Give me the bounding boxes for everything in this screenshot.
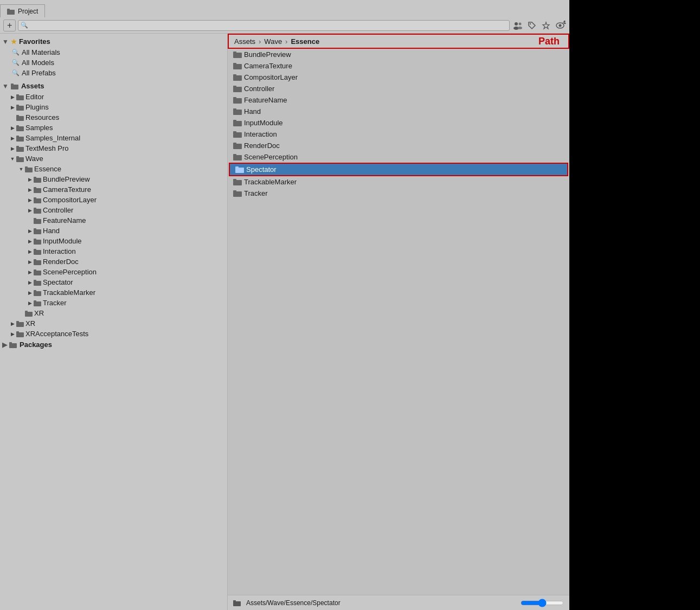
assets-header[interactable]: ▼ Assets [0,80,227,92]
all-prefabs-item[interactable]: 🔍 All Prefabs [0,68,227,78]
svg-point-5 [519,22,522,25]
tree-item-xracceptancetests[interactable]: ▶ XRAcceptanceTests [0,329,227,339]
search-all-materials-icon: 🔍 [12,49,20,56]
right-folder-controller-label: Controller [244,85,274,93]
svg-rect-55 [34,300,36,303]
xracceptancetests-arrow: ▶ [9,330,16,338]
tree-item-editor[interactable]: ▶ Editor [0,92,227,102]
right-folder-renderdoc-icon [233,142,242,149]
textmesh-label: TextMesh Pro [25,144,68,152]
right-folder-bundlepreview[interactable]: BundlePreview [228,49,569,60]
svg-rect-77 [233,120,236,122]
favorites-header[interactable]: ▼ ★ Favorites [0,36,227,47]
xr-arrow: ▶ [9,320,16,328]
right-folder-featurename[interactable]: FeatureName [228,94,569,106]
tree-item-xr-sub[interactable]: ▶ XR [0,308,227,318]
svg-point-7 [530,23,531,24]
right-folder-tracker[interactable]: Tracker [228,188,569,199]
right-folder-renderdoc[interactable]: RenderDoc [228,140,569,151]
eye-icon-button[interactable]: 1 [554,20,566,31]
trackablemarker-arrow: ▶ [26,289,34,297]
svg-rect-21 [16,125,19,127]
svg-rect-35 [34,197,36,200]
svg-rect-15 [16,94,19,97]
star-icon-button[interactable] [540,20,552,31]
compositorlayer-folder-icon [34,197,41,203]
project-tab[interactable]: Project [0,4,45,17]
svg-rect-75 [233,108,236,111]
textmesh-arrow: ▶ [9,145,16,152]
hand-label: Hand [43,227,60,235]
search-wrap: 🔍 [18,20,510,31]
toolbar: + 🔍 [0,17,569,34]
right-folder-interaction[interactable]: Interaction [228,129,569,140]
svg-marker-8 [543,22,549,29]
zoom-slider[interactable] [521,599,564,607]
all-models-item[interactable]: 🔍 All Models [0,57,227,68]
essence-label: Essence [34,165,61,173]
tree-item-resources[interactable]: ▶ Resources [0,112,227,123]
right-folder-inputmodule-label: InputModule [244,119,283,127]
tree-item-essence[interactable]: ▼ Essence [0,164,227,174]
tree-item-samples[interactable]: ▶ Samples [0,123,227,133]
tree-item-inputmodule[interactable]: ▶ InputModule [0,236,227,246]
tag-icon [528,21,536,30]
right-folder-hand[interactable]: Hand [228,106,569,117]
svg-rect-63 [9,342,12,344]
tree-item-bundlepreview[interactable]: ▶ BundlePreview [0,174,227,184]
right-folder-controller[interactable]: Controller [228,83,569,94]
svg-rect-81 [233,143,236,145]
tree-item-plugins[interactable]: ▶ Plugins [0,102,227,112]
svg-rect-13 [11,84,14,86]
right-folder-inputmodule[interactable]: InputModule [228,117,569,129]
assets-label: Assets [21,82,44,90]
tree-item-interaction[interactable]: ▶ Interaction [0,246,227,256]
bundlepreview-label: BundlePreview [43,175,90,183]
right-folder-trackablemarker[interactable]: TrackableMarker [228,176,569,188]
tree-item-controller[interactable]: ▶ Controller [0,205,227,215]
right-folder-cameratexture-icon [233,62,242,69]
spectator-label: Spectator [43,278,73,286]
tree-item-hand[interactable]: ▶ Hand [0,226,227,236]
tree-item-sceneperception[interactable]: ▶ ScenePerception [0,267,227,277]
all-prefabs-label: All Prefabs [22,69,56,77]
right-folder-controller-icon [233,85,242,92]
svg-rect-23 [16,136,19,138]
tree-item-wave[interactable]: ▼ Wave [0,153,227,164]
add-button[interactable]: + [3,20,16,31]
all-materials-item[interactable]: 🔍 All Materials [0,47,227,57]
breadcrumb-essence: Essence [291,37,319,46]
wave-arrow: ▼ [9,155,16,163]
tree-item-trackablemarker[interactable]: ▶ TrackableMarker [0,287,227,298]
right-folder-compositorlayer[interactable]: CompositorLayer [228,72,569,83]
textmesh-folder-icon [16,145,24,152]
tree-item-samples-internal[interactable]: ▶ Samples_Internal [0,133,227,143]
interaction-folder-icon [34,248,41,255]
tree-item-textmesh-pro[interactable]: ▶ TextMesh Pro [0,143,227,153]
right-folder-tracker-icon [233,190,242,197]
tree-item-cameratexture[interactable]: ▶ CameraTexture [0,184,227,195]
tree-item-renderdoc[interactable]: ▶ RenderDoc [0,256,227,267]
right-folder-sceneperception[interactable]: ScenePerception [228,151,569,163]
svg-rect-31 [34,177,36,179]
interaction-arrow: ▶ [26,248,34,255]
tree-item-spectator[interactable]: ▶ Spectator [0,277,227,287]
right-folder-cameratexture[interactable]: CameraTexture [228,60,569,72]
tree-item-tracker[interactable]: ▶ Tracker [0,298,227,308]
tree-item-featurename[interactable]: ▶ FeatureName [0,215,227,226]
eye-badge: 1 [563,20,566,25]
svg-rect-65 [233,52,236,54]
tree-item-xr[interactable]: ▶ XR [0,318,227,329]
sceneperception-folder-icon [34,269,41,275]
tag-icon-button[interactable] [526,20,538,31]
main-content: ▼ ★ Favorites 🔍 All Materials 🔍 All Mode… [0,34,569,610]
right-folder-interaction-label: Interaction [244,130,277,138]
toolbar-icons: 1 [512,20,566,31]
right-folder-spectator[interactable]: Spectator [229,163,568,176]
packages-label: Packages [20,341,52,349]
zoom-slider-input[interactable] [521,599,564,607]
search-input[interactable] [18,20,510,31]
packages-header[interactable]: ▶ Packages [0,339,227,350]
people-icon-button[interactable] [512,20,524,31]
tree-item-compositorlayer[interactable]: ▶ CompositorLayer [0,195,227,205]
